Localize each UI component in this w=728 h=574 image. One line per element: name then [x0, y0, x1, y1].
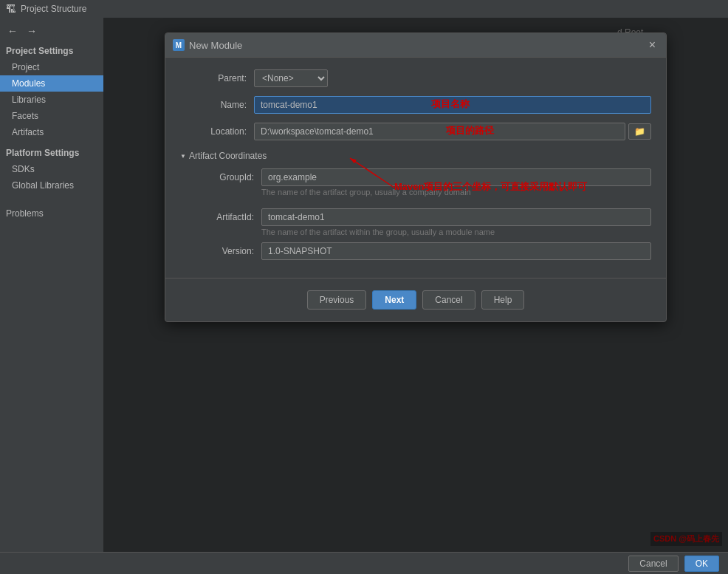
parent-select[interactable]: <None>: [254, 69, 328, 87]
artifact-section-header[interactable]: ▼ Artifact Coordinates: [180, 149, 651, 163]
sidebar-item-project[interactable]: Project: [0, 59, 103, 75]
version-row: Version:: [188, 242, 651, 260]
location-row: Location: 📁 项目的路径: [180, 123, 651, 140]
dialog-title-left: M New Module: [173, 39, 242, 51]
sidebar-item-global-libraries[interactable]: Global Libraries: [0, 177, 103, 194]
artifact-section: ▼ Artifact Coordinates GroupId:: [180, 149, 651, 260]
groupid-label: GroupId:: [188, 172, 254, 182]
sidebar-item-modules[interactable]: Modules: [0, 75, 103, 92]
maven-annotation: Maven项目的三个坐标，可直接采用默认即可: [394, 180, 587, 194]
bottom-ok-button[interactable]: OK: [684, 556, 719, 572]
location-browse-button[interactable]: 📁: [628, 123, 651, 140]
cancel-button[interactable]: Cancel: [422, 290, 475, 310]
name-annotation: 项目名称: [431, 98, 470, 111]
platform-settings-section: Platform Settings: [0, 140, 103, 161]
location-label: Location:: [180, 126, 247, 137]
dialog-footer: Previous Next Cancel Help: [165, 278, 666, 321]
artifactid-label: ArtifactId:: [188, 212, 254, 222]
artifactid-hint: The name of the artifact within the grou…: [188, 228, 651, 236]
dialog-module-icon: M: [173, 39, 185, 51]
ide-body: ← → Project Settings Project Modules Lib…: [0, 18, 728, 552]
main-area: d Root e\hello × olders ✎ + ders ✎: [103, 18, 728, 552]
new-module-dialog: M New Module × Parent: <None>: [165, 33, 667, 322]
artifact-fields: GroupId: The name of the artifact group,…: [180, 168, 651, 260]
version-label: Version:: [188, 246, 254, 256]
dialog-body: Parent: <None> Name: 项目名称: [165, 58, 666, 272]
location-input[interactable]: [254, 123, 625, 140]
sidebar-item-sdks[interactable]: SDKs: [0, 161, 103, 177]
artifactid-row: ArtifactId:: [188, 208, 651, 226]
dialog-close-button[interactable]: ×: [646, 38, 659, 52]
artifactid-input[interactable]: [261, 208, 651, 226]
artifact-section-label: Artifact Coordinates: [189, 151, 267, 161]
help-button[interactable]: Help: [481, 290, 525, 310]
dialog-title-text: New Module: [189, 40, 242, 51]
nav-forward-button[interactable]: →: [24, 24, 40, 38]
bottom-bar: Cancel OK: [0, 552, 728, 574]
ide-icon: 🏗: [6, 3, 16, 15]
name-row: Name: 项目名称: [180, 96, 651, 114]
location-annotation: 项目的路径: [446, 124, 494, 137]
sidebar-item-libraries[interactable]: Libraries: [0, 92, 103, 108]
project-settings-section: Project Settings: [0, 41, 103, 59]
version-input[interactable]: [261, 242, 651, 260]
artifact-triangle-icon: ▼: [180, 153, 186, 160]
sidebar-item-problems[interactable]: Problems: [0, 205, 103, 222]
modal-overlay: M New Module × Parent: <None>: [103, 18, 728, 552]
sidebar: ← → Project Settings Project Modules Lib…: [0, 18, 103, 552]
ide-title: Project Structure: [21, 4, 86, 14]
sidebar-item-facets[interactable]: Facets: [0, 108, 103, 124]
ide-window: 🏗 Project Structure ← → Project Settings…: [0, 0, 728, 574]
ide-titlebar: 🏗 Project Structure: [0, 0, 728, 18]
previous-button[interactable]: Previous: [307, 290, 367, 310]
next-button[interactable]: Next: [372, 290, 416, 310]
sidebar-item-artifacts[interactable]: Artifacts: [0, 124, 103, 140]
sidebar-nav-buttons: ← →: [0, 21, 103, 41]
nav-back-button[interactable]: ←: [4, 24, 21, 38]
parent-select-wrapper: <None>: [254, 69, 328, 87]
dialog-titlebar: M New Module ×: [165, 33, 666, 58]
bottom-cancel-button[interactable]: Cancel: [628, 556, 678, 572]
parent-label: Parent:: [180, 73, 247, 83]
artifactid-field-with-hint: ArtifactId: The name of the artifact wit…: [188, 208, 651, 236]
parent-row: Parent: <None>: [180, 69, 651, 87]
name-label: Name:: [180, 100, 247, 110]
